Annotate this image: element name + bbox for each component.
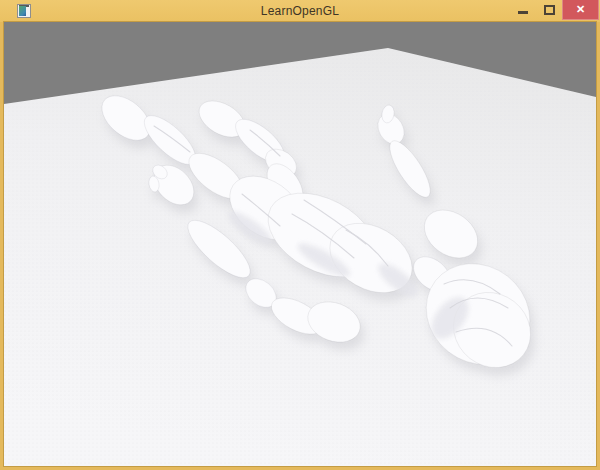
window-controls: ✕ [510,0,599,20]
close-icon: ✕ [576,3,585,15]
window-frame: LearnOpenGL ✕ [0,0,600,470]
titlebar[interactable]: LearnOpenGL ✕ [0,0,600,22]
maximize-button[interactable] [536,0,562,19]
maximize-icon [544,5,555,15]
minimize-icon [518,11,528,14]
close-button[interactable]: ✕ [562,0,599,20]
minimize-button[interactable] [510,0,536,19]
render-viewport[interactable] [4,22,596,466]
scene-canvas [4,22,596,466]
